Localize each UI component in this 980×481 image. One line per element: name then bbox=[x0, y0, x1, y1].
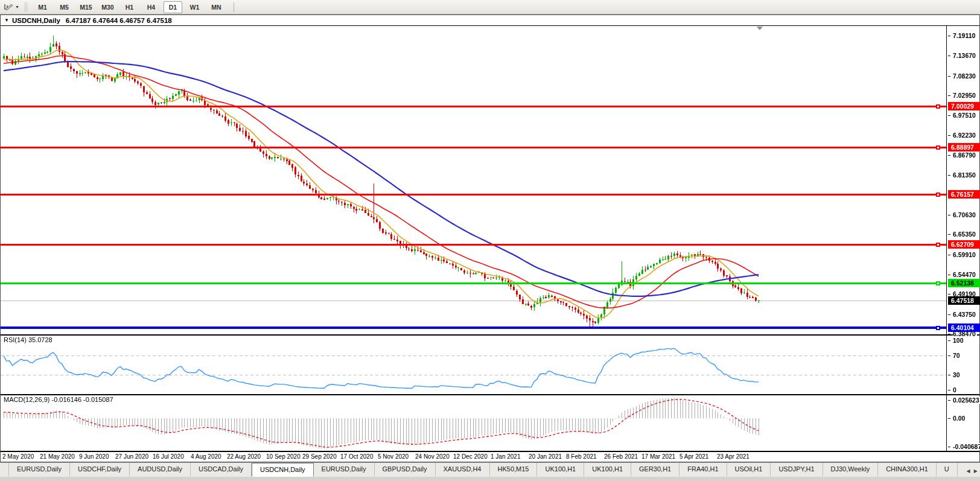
rsi-axis-label: 70 bbox=[953, 352, 961, 359]
tab-audusd-daily[interactable]: AUDUSD,Daily bbox=[130, 463, 191, 476]
macd-axis-label: 0.00 bbox=[953, 415, 966, 422]
level-price-label[interactable]: 7.00029 bbox=[948, 102, 980, 110]
level-price-label[interactable]: 6.62709 bbox=[948, 240, 980, 249]
price-chart-canvas[interactable] bbox=[1, 26, 947, 452]
axis-tick-mark bbox=[948, 390, 950, 390]
date-tick-label: 26 Feb 2021 bbox=[604, 453, 638, 460]
tab-china300-h1[interactable]: CHINA300,H1 bbox=[878, 463, 937, 476]
date-tick-label: 5 Apr 2021 bbox=[679, 453, 708, 460]
tab-scroll-left-icon[interactable]: ◀ bbox=[966, 468, 970, 474]
chart-tab-bar: EURUSD,DailyUSDCHF,DailyAUDUSD,DailyUSDC… bbox=[0, 462, 980, 477]
price-tick-label: 7.08230 bbox=[953, 72, 977, 80]
chart-title: USDCNH,Daily bbox=[12, 17, 60, 24]
axis-tick-mark bbox=[948, 275, 950, 275]
axis-tick-mark bbox=[948, 355, 950, 356]
rsi-axis-label: 0 bbox=[953, 386, 958, 393]
tab-fra40-h1[interactable]: FRA40,H1 bbox=[679, 463, 727, 476]
tab-eurusd-daily[interactable]: EURUSD,Daily bbox=[8, 463, 70, 476]
axis-tick-mark bbox=[948, 234, 950, 235]
axis-tick-mark bbox=[948, 76, 950, 77]
price-tick-label: 7.19110 bbox=[953, 32, 976, 39]
date-tick-label: 21 May 2020 bbox=[40, 453, 75, 460]
rsi-axis-label: 100 bbox=[953, 337, 965, 344]
toolbar-dropdown-caret[interactable]: ▼ bbox=[15, 5, 19, 9]
bottom-strip bbox=[0, 477, 980, 481]
price-tick-label: 6.43750 bbox=[953, 311, 977, 318]
axis-tick-mark bbox=[948, 56, 950, 56]
axis-tick-mark bbox=[948, 95, 950, 96]
timeframe-button-m30[interactable]: M30 bbox=[98, 1, 117, 13]
macd-axis-label: 0.025623 bbox=[953, 397, 980, 404]
date-tick-label: 22 Aug 2020 bbox=[227, 453, 261, 460]
date-tick-label: 4 Aug 2020 bbox=[191, 453, 221, 460]
tab-eurusd-daily[interactable]: EURUSD,Daily bbox=[314, 463, 375, 476]
date-tick-label: 16 Jul 2020 bbox=[153, 453, 184, 460]
axis-tick-mark bbox=[948, 255, 950, 255]
chart-tool-icon[interactable] bbox=[2, 2, 14, 12]
date-tick-label: 20 Jan 2021 bbox=[529, 453, 562, 460]
toolbar-separator bbox=[234, 2, 234, 12]
timeframe-button-m5[interactable]: M5 bbox=[55, 1, 74, 13]
timeframe-button-h1[interactable]: H1 bbox=[120, 1, 139, 13]
tab-ger30-h1[interactable]: GER30,H1 bbox=[631, 463, 679, 476]
rsi-indicator-label: RSI(14) 35.0728 bbox=[4, 336, 52, 343]
tab-scroll-right-icon[interactable]: ▶ bbox=[974, 468, 978, 474]
toolbar-grip[interactable] bbox=[25, 2, 27, 11]
tab-usdcad-daily[interactable]: USDCAD,Daily bbox=[191, 463, 252, 476]
date-tick-label: 27 Jun 2020 bbox=[115, 453, 148, 460]
timeframe-button-mn[interactable]: MN bbox=[207, 1, 226, 13]
tab-usdcnh-daily[interactable]: USDCNH,Daily bbox=[252, 463, 314, 477]
timeframe-button-m1[interactable]: M1 bbox=[33, 1, 52, 13]
macd-indicator-label: MACD(12,26,9) -0.016146 -0.015087 bbox=[4, 396, 113, 403]
date-tick-label: 24 Nov 2020 bbox=[415, 453, 450, 460]
date-tick-label: 2 May 2020 bbox=[2, 453, 34, 460]
timeframe-buttons: M1M5M15M30H1H4D1W1MN bbox=[33, 1, 229, 13]
date-tick-label: 23 Apr 2021 bbox=[717, 453, 749, 460]
axis-tick-mark bbox=[948, 418, 950, 419]
tab-uk100-h1[interactable]: UK100,H1 bbox=[584, 463, 631, 476]
chart-ohlc-values: 6.47187 6.47644 6.46757 6.47518 bbox=[66, 17, 172, 24]
axis-tick-mark bbox=[948, 155, 950, 156]
tab-gbpusd-daily[interactable]: GBPUSD,Daily bbox=[375, 463, 436, 476]
chart-shift-marker-icon[interactable] bbox=[757, 27, 763, 30]
date-axis[interactable]: 2 May 202021 May 20209 Jun 202027 Jun 20… bbox=[1, 452, 947, 462]
price-tick-label: 6.86790 bbox=[953, 151, 977, 159]
top-toolbar: ▼ M1M5M15M30H1H4D1W1MN bbox=[0, 0, 980, 14]
level-price-label[interactable]: 6.52138 bbox=[948, 279, 980, 287]
rsi-axis-label: 30 bbox=[953, 371, 961, 378]
timeframe-button-d1[interactable]: D1 bbox=[164, 1, 182, 13]
price-tick-label: 7.13670 bbox=[953, 52, 977, 59]
date-tick-label: 1 Jan 2021 bbox=[491, 453, 521, 460]
level-price-label[interactable]: 6.40104 bbox=[948, 323, 980, 332]
rsi-panel-divider[interactable] bbox=[1, 334, 979, 336]
date-tick-label: 12 Dec 2020 bbox=[453, 453, 488, 460]
chart-title-bar: ▼ USDCNH,Daily 6.47187 6.47644 6.46757 6… bbox=[1, 15, 979, 26]
tab-u[interactable]: U bbox=[937, 463, 958, 476]
tab-dj30-weekly[interactable]: DJ30,Weekly bbox=[823, 463, 879, 476]
tab-xauusd-h4[interactable]: XAUUSD,H4 bbox=[436, 463, 490, 476]
axis-tick-mark bbox=[948, 294, 950, 295]
price-tick-label: 6.70630 bbox=[953, 211, 977, 218]
price-tick-label: 6.81350 bbox=[953, 171, 977, 179]
chart-menu-caret-icon[interactable]: ▼ bbox=[4, 18, 9, 23]
timeframe-button-w1[interactable]: W1 bbox=[185, 1, 204, 13]
tab-usdjpy-h1[interactable]: USDJPY,H1 bbox=[771, 463, 822, 476]
macd-panel-divider[interactable] bbox=[1, 394, 979, 395]
date-tick-label: 10 Sep 2020 bbox=[266, 453, 301, 460]
level-price-label[interactable]: 6.88897 bbox=[948, 143, 980, 151]
tab-usoil-h1[interactable]: USOil,H1 bbox=[727, 463, 771, 476]
axis-tick-mark bbox=[948, 340, 950, 341]
date-tick-label: 5 Nov 2020 bbox=[378, 453, 409, 460]
timeframe-button-h4[interactable]: H4 bbox=[142, 1, 161, 13]
tab-uk100-h1[interactable]: UK100,H1 bbox=[537, 463, 584, 476]
axis-tick-mark bbox=[948, 115, 950, 116]
tab-hk50-m15[interactable]: HK50,M15 bbox=[490, 463, 538, 476]
price-tick-label: 6.59910 bbox=[953, 251, 977, 258]
tab-scroll-buttons: ◀ ▶ bbox=[964, 468, 978, 474]
macd-axis-label: -0.040687 bbox=[953, 443, 980, 450]
timeframe-button-m15[interactable]: M15 bbox=[77, 1, 95, 13]
level-price-label[interactable]: 6.76157 bbox=[948, 190, 980, 199]
tab-usdchf-daily[interactable]: USDCHF,Daily bbox=[70, 463, 130, 476]
axis-tick-mark bbox=[948, 36, 950, 36]
price-tick-label: 6.92230 bbox=[953, 132, 977, 139]
